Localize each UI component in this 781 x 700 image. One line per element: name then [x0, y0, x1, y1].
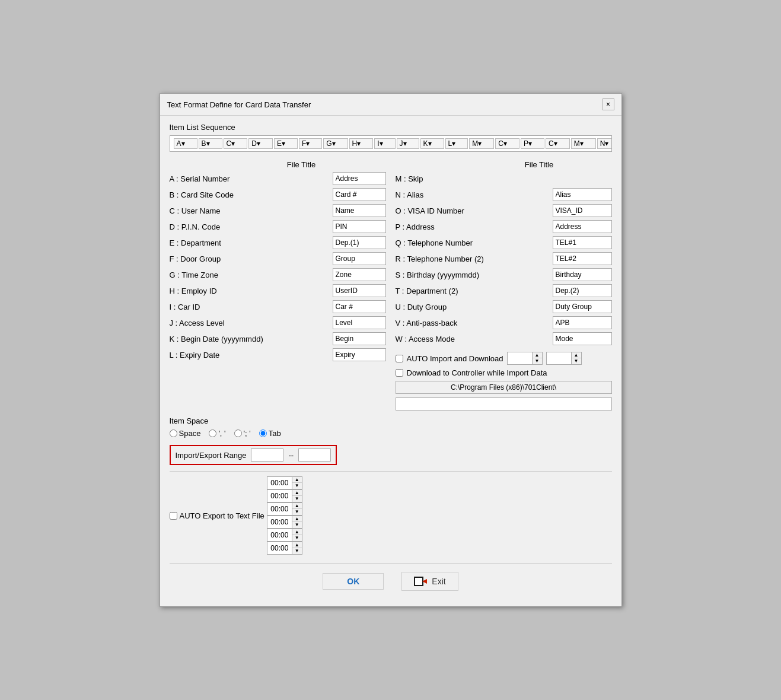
- seq-item-3[interactable]: D▾: [248, 138, 273, 149]
- left-input-1[interactable]: [333, 188, 386, 201]
- auto-import-time1-input[interactable]: 07:30: [507, 352, 532, 365]
- left-input-10[interactable]: [333, 332, 386, 345]
- right-row-0: M : Skip: [396, 171, 612, 186]
- left-input-5[interactable]: [333, 252, 386, 265]
- radio-space[interactable]: Space: [170, 429, 201, 438]
- time1-down[interactable]: ▼: [533, 358, 542, 364]
- ae-down-3[interactable]: ▼: [292, 522, 302, 528]
- time2-down[interactable]: ▼: [572, 358, 581, 364]
- left-input-7[interactable]: [333, 284, 386, 297]
- ae-up-4[interactable]: ▲: [292, 529, 302, 535]
- seq-item-2[interactable]: C▾: [224, 138, 248, 149]
- auto-import-time2-input[interactable]: 13:00: [546, 352, 571, 365]
- auto-export-time-4[interactable]: [267, 529, 292, 542]
- seq-item-12[interactable]: M▾: [469, 138, 494, 149]
- seq-item-13[interactable]: C▾: [495, 138, 519, 149]
- right-input-9[interactable]: [553, 316, 612, 329]
- import-range-box: Import/Export Range 1 -- 1000: [170, 445, 337, 465]
- right-mappings: M : SkipN : AliasO : VISA ID NumberP : A…: [396, 171, 612, 346]
- left-input-4[interactable]: [333, 236, 386, 249]
- radio-input-comma[interactable]: [209, 429, 216, 437]
- left-input-0[interactable]: [333, 172, 386, 185]
- radio-semicolon[interactable]: '; ': [234, 429, 251, 438]
- right-input-4[interactable]: [553, 236, 612, 249]
- radio-input-space[interactable]: [170, 429, 177, 437]
- exit-button[interactable]: Exit: [401, 572, 458, 591]
- radio-tab[interactable]: Tab: [259, 429, 281, 438]
- left-input-3[interactable]: [333, 220, 386, 233]
- ae-down-2[interactable]: ▼: [292, 509, 302, 515]
- seq-item-11[interactable]: L▾: [445, 138, 468, 149]
- auto-export-spinner-0[interactable]: ▲ ▼: [267, 476, 302, 489]
- seq-item-15[interactable]: C▾: [546, 138, 570, 149]
- auto-export-time-2[interactable]: [267, 502, 292, 516]
- auto-export-time-5[interactable]: [267, 542, 292, 555]
- auto-import-time2-spinner[interactable]: 13:00 ▲ ▼: [546, 352, 582, 365]
- radio-label-space: Space: [179, 429, 201, 438]
- download-checkbox[interactable]: [396, 369, 403, 377]
- left-row-11: L : Expiry Date: [170, 348, 386, 362]
- right-row-7: T : Department (2): [396, 284, 612, 298]
- auto-export-spinner-4[interactable]: ▲ ▼: [267, 529, 302, 542]
- ae-down-0[interactable]: ▼: [292, 483, 302, 489]
- time1-up[interactable]: ▲: [533, 352, 542, 358]
- seq-item-0[interactable]: A▾: [174, 138, 197, 149]
- ae-up-2[interactable]: ▲: [292, 503, 302, 509]
- right-input-10[interactable]: [553, 332, 612, 345]
- left-input-8[interactable]: [333, 300, 386, 313]
- ae-down-4[interactable]: ▼: [292, 535, 302, 541]
- seq-item-7[interactable]: H▾: [349, 138, 374, 149]
- auto-export-time-1[interactable]: [267, 489, 292, 502]
- range-from-input[interactable]: 1: [251, 448, 283, 462]
- seq-item-10[interactable]: K▾: [420, 138, 444, 149]
- auto-import-checkbox[interactable]: [396, 355, 403, 362]
- left-label-1: B : Card Site Code: [170, 190, 333, 199]
- left-input-2[interactable]: [333, 204, 386, 217]
- radio-comma[interactable]: ', ': [209, 429, 225, 438]
- ae-down-1[interactable]: ▼: [292, 496, 302, 502]
- radio-input-tab[interactable]: [259, 429, 267, 437]
- seq-item-9[interactable]: J▾: [397, 138, 419, 149]
- right-row-9: V : Anti-pass-back: [396, 316, 612, 330]
- auto-export-checkbox[interactable]: [170, 512, 177, 520]
- auto-export-spinner-5[interactable]: ▲ ▼: [267, 542, 302, 555]
- auto-export-spinner-1[interactable]: ▲ ▼: [267, 489, 302, 502]
- close-button[interactable]: ×: [603, 98, 614, 110]
- seq-item-1[interactable]: B▾: [199, 138, 222, 149]
- right-input-2[interactable]: [553, 204, 612, 217]
- left-row-1: B : Card Site Code: [170, 187, 386, 202]
- ok-button[interactable]: OK: [323, 573, 384, 590]
- exit-label: Exit: [432, 577, 445, 586]
- time2-up[interactable]: ▲: [572, 352, 581, 358]
- right-input-6[interactable]: [553, 268, 612, 281]
- ae-down-5[interactable]: ▼: [292, 548, 302, 554]
- right-input-1[interactable]: [553, 188, 612, 201]
- seq-item-16[interactable]: M▾: [571, 138, 596, 149]
- seq-item-8[interactable]: I▾: [374, 138, 395, 149]
- seq-item-4[interactable]: E▾: [274, 138, 298, 149]
- seq-item-17[interactable]: N▾: [597, 138, 612, 149]
- ae-up-0[interactable]: ▲: [292, 477, 302, 483]
- left-input-6[interactable]: [333, 268, 386, 281]
- seq-item-5[interactable]: F▾: [299, 138, 322, 149]
- ae-up-3[interactable]: ▲: [292, 516, 302, 522]
- ae-up-1[interactable]: ▲: [292, 490, 302, 496]
- seq-item-14[interactable]: P▾: [521, 138, 544, 149]
- filename-input[interactable]: UserCard.TXT: [396, 397, 612, 411]
- path-button[interactable]: C:\Program Files (x86)\701Client\: [396, 381, 612, 394]
- auto-export-time-3[interactable]: [267, 516, 292, 529]
- auto-export-spinner-3[interactable]: ▲ ▼: [267, 516, 302, 529]
- auto-import-time1-spinner[interactable]: 07:30 ▲ ▼: [507, 352, 543, 365]
- range-to-input[interactable]: 1000: [298, 448, 331, 462]
- left-input-9[interactable]: [333, 316, 386, 329]
- right-input-3[interactable]: [553, 220, 612, 233]
- right-input-5[interactable]: [553, 252, 612, 265]
- right-input-8[interactable]: [553, 300, 612, 313]
- seq-item-6[interactable]: G▾: [323, 138, 348, 149]
- auto-export-spinner-2[interactable]: ▲ ▼: [267, 502, 302, 516]
- left-input-11[interactable]: [333, 348, 386, 361]
- radio-input-semicolon[interactable]: [234, 429, 242, 437]
- right-input-7[interactable]: [553, 284, 612, 297]
- ae-up-5[interactable]: ▲: [292, 542, 302, 548]
- auto-export-time-0[interactable]: [267, 476, 292, 489]
